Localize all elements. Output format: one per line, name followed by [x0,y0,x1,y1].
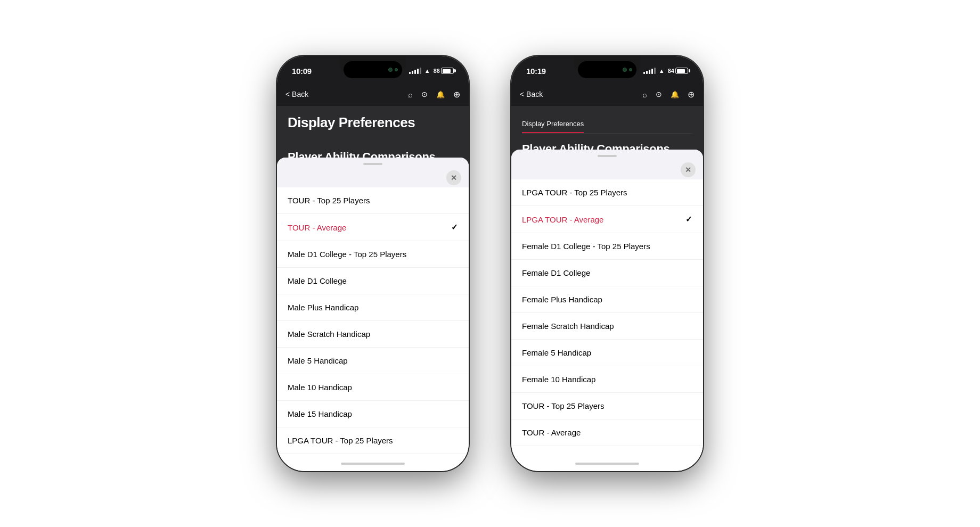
back-button[interactable]: < Back [285,90,308,98]
sheet-item-label: TOUR - Top 25 Players [288,196,370,205]
sheet-item-label: Female Plus Handicap [522,295,602,304]
sheet-item-label: Male 10 Handicap [288,383,352,392]
sheet-list-item[interactable]: Male D1 College [277,268,469,294]
battery-fill [677,69,685,73]
dynamic-island [344,61,402,78]
sheet-list-item[interactable]: LPGA TOUR - Top 25 Players [511,179,703,206]
di-camera-dot [388,68,393,72]
di-sensor-dot [395,68,398,71]
signal-bars [409,68,421,74]
sheet-list-item[interactable]: Male 10 Handicap [277,374,469,401]
sheet-item-label: Female D1 College [522,268,590,277]
bottom-sheet: ✕LPGA TOUR - Top 25 PlayersLPGA TOUR - A… [511,150,703,458]
page-header: Display Preferences [511,106,703,134]
bell-icon[interactable]: 🔔 [671,90,679,98]
sheet-overlay: Player Ability Comparisons✕LPGA TOUR - T… [511,134,703,458]
home-bar [575,463,639,465]
sheet-item-label: Female Scratch Handicap [522,322,614,331]
phone-screen: 10:09▲86< Back⌕⊙🔔⊕Display PreferencesPla… [277,56,469,471]
sheet-list-item[interactable]: LPGA TOUR - Top 25 Players [277,427,469,454]
sheet-list-item[interactable]: Female D1 College - Top 25 Players [511,233,703,260]
sheet-item-label: Female D1 College - Top 25 Players [522,242,650,251]
sheet-list-item[interactable]: Female D1 College [511,260,703,286]
checkmark-icon: ✓ [451,223,458,232]
sheet-list-item[interactable]: Female Plus Handicap [511,286,703,313]
sheet-item-label: LPGA TOUR - Top 25 Players [288,436,393,445]
tab-display-preferences[interactable]: Display Preferences [522,114,584,133]
search-icon[interactable]: ⌕ [642,90,647,99]
nav-bar: < Back⌕⊙🔔⊕ [277,83,469,106]
wifi-icon: ▲ [424,68,430,74]
sheet-item-label: LPGA TOUR - Average [522,215,603,224]
sheet-handle-area [277,158,469,168]
sheet-item-label: Female 5 Handicap [522,348,591,357]
dynamic-island [578,61,636,78]
sheet-list-item[interactable]: Male 15 Handicap [277,401,469,427]
sheet-list-item[interactable]: LPGA TOUR - Average✓ [511,206,703,233]
sheet-close-button[interactable]: ✕ [446,170,461,185]
status-time: 10:19 [526,67,546,76]
sheet-item-label: Male Scratch Handicap [288,330,370,339]
sheet-handle [598,155,617,157]
add-icon[interactable]: ⊕ [453,89,460,100]
person-icon[interactable]: ⊙ [421,90,428,98]
sheet-item-label: Male 15 Handicap [288,409,352,418]
battery: 84 [668,68,688,74]
sheet-list: LPGA TOUR - Top 25 PlayersLPGA TOUR - Av… [511,179,703,458]
sheet-list-item[interactable]: Male 5 Handicap [277,348,469,374]
status-icons: ▲84 [643,68,688,74]
battery-level: 84 [668,68,674,74]
scene: 10:09▲86< Back⌕⊙🔔⊕Display PreferencesPla… [277,56,703,471]
sheet-close-row: ✕ [277,168,469,187]
nav-actions: ⌕⊙🔔⊕ [408,89,460,100]
sheet-list-item[interactable]: Female 5 Handicap [511,340,703,366]
phone-screen: 10:19▲84< Back⌕⊙🔔⊕Display PreferencesPla… [511,56,703,471]
sheet-close-row: ✕ [511,160,703,179]
sheet-item-label: Female 10 Handicap [522,375,595,384]
sheet-list-item[interactable]: Female 10 Handicap [511,366,703,393]
tab-bar: Display Preferences [522,114,692,134]
bell-icon[interactable]: 🔔 [436,90,445,98]
sheet-list-item[interactable]: Male D1 College - Top 25 Players [277,241,469,268]
home-bar [341,463,405,465]
bottom-sheet: ✕TOUR - Top 25 PlayersTOUR - Average✓Mal… [277,158,469,458]
signal-bars [643,68,656,74]
battery: 86 [434,68,454,74]
status-icons: ▲86 [409,68,454,74]
sheet-item-label: TOUR - Average [288,223,346,232]
page-title: Display Preferences [288,114,458,131]
sheet-item-label: Male D1 College - Top 25 Players [288,250,406,259]
sheet-item-label: Male D1 College [288,276,347,285]
phone-right: 10:19▲84< Back⌕⊙🔔⊕Display PreferencesPla… [511,56,703,471]
checkmark-icon: ✓ [685,215,692,224]
sheet-list-item[interactable]: TOUR - Top 25 Players [277,187,469,214]
back-button[interactable]: < Back [520,90,543,98]
home-indicator [511,458,703,471]
battery-level: 86 [434,68,440,74]
battery-fill [443,69,451,73]
person-icon[interactable]: ⊙ [656,90,662,98]
sheet-close-button[interactable]: ✕ [681,162,696,177]
sheet-list-item[interactable]: TOUR - Average [511,419,703,446]
sheet-list-item[interactable]: TOUR - Top 25 Players [511,393,703,419]
sheet-handle [363,163,382,165]
sheet-item-label: TOUR - Average [522,428,581,437]
sheet-list-item[interactable]: Female Scratch Handicap [511,313,703,340]
status-time: 10:09 [292,67,312,76]
sheet-item-label: TOUR - Top 25 Players [522,401,605,410]
sheet-handle-area [511,150,703,160]
sheet-list-item[interactable]: Male Plus Handicap [277,294,469,321]
add-icon[interactable]: ⊕ [688,89,695,100]
battery-body [675,68,688,74]
sheet-list-item[interactable]: Male Scratch Handicap [277,321,469,348]
di-camera-dot [623,68,627,72]
nav-bar: < Back⌕⊙🔔⊕ [511,83,703,106]
search-icon[interactable]: ⌕ [408,90,413,99]
wifi-icon: ▲ [659,68,665,74]
di-sensor-dot [629,68,632,71]
sheet-overlay: Player Ability Comparisons✕TOUR - Top 25… [277,142,469,458]
sheet-item-label: Male 5 Handicap [288,356,348,365]
sheet-list-item[interactable]: TOUR - Average✓ [277,214,469,241]
sheet-item-label: Male Plus Handicap [288,303,358,312]
phone-left: 10:09▲86< Back⌕⊙🔔⊕Display PreferencesPla… [277,56,469,471]
